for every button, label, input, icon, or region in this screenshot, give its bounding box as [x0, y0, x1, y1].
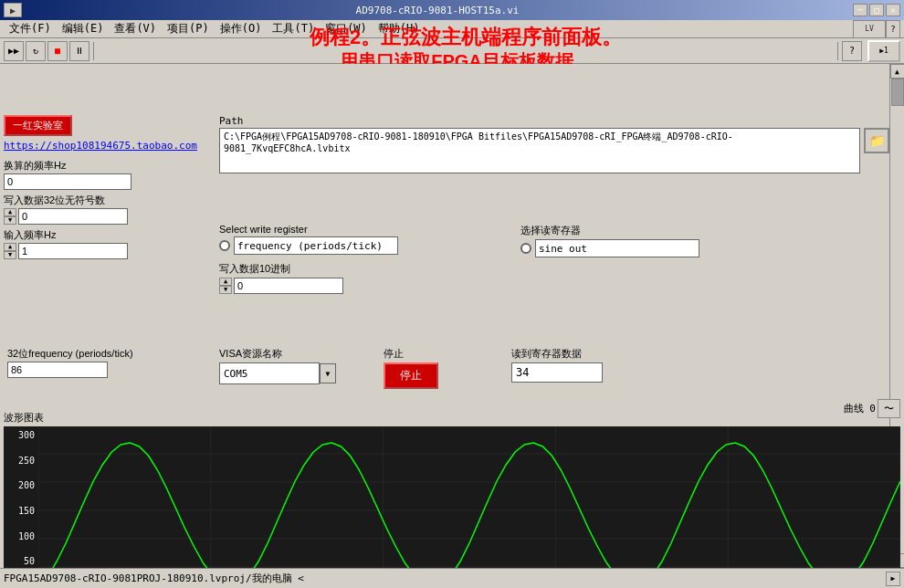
input-freq-label: 输入频率Hz	[4, 228, 214, 242]
write-reg-radio[interactable]	[219, 240, 230, 251]
write-decimal-spinner: ▲ ▼	[219, 278, 493, 294]
lv-toolbar-icon: ▶1	[867, 40, 900, 62]
write-dec-arrows: ▲ ▼	[219, 278, 232, 294]
input-freq-input[interactable]	[18, 243, 128, 259]
window-title: AD9708-cRIO-9081-HOST15a.vi	[22, 5, 853, 16]
sine-wave-svg	[38, 426, 900, 568]
stop-button[interactable]: 停止	[384, 362, 438, 389]
run-cont-button[interactable]: ↻	[26, 41, 46, 61]
select-read-reg-section: 选择读寄存器 sine out	[520, 224, 703, 263]
freq-label: 换算的频率Hz	[4, 159, 214, 173]
path-section: Path C:\FPGA例程\FPGA15AD9708-cRIO-9081-18…	[219, 115, 889, 173]
help-icon[interactable]: ?	[886, 20, 900, 38]
y-150: 150	[18, 506, 35, 516]
read-reg-display-value: 34	[511, 362, 603, 383]
pause-button[interactable]: ⏸	[69, 41, 89, 61]
left-panel: 一红实验室 https://shop108194675.taobao.com 换…	[4, 115, 214, 263]
toolbar-separator	[93, 42, 94, 60]
write-dec-up[interactable]: ▲	[219, 278, 232, 286]
close-button[interactable]: ✕	[886, 4, 900, 16]
input-freq-down[interactable]: ▼	[4, 251, 16, 259]
read-reg-value: sine out	[539, 243, 587, 255]
write32-input[interactable]	[18, 208, 128, 225]
waveform-label: 波形图表	[4, 411, 900, 425]
chart-container: 300 250 200 150 100 50 0	[4, 426, 900, 568]
visa-control: COM5 ▼	[219, 362, 336, 384]
title-bar: ▶ AD9708-cRIO-9081-HOST15a.vi ─ □ ✕	[0, 0, 904, 20]
freq-input[interactable]	[4, 173, 131, 190]
toolbar-separator-2	[837, 42, 838, 60]
app-icon[interactable]: ▶	[4, 3, 22, 17]
write-decimal-input[interactable]	[234, 278, 343, 294]
write32-down[interactable]: ▼	[4, 216, 16, 225]
write-reg-value: frequency (periods/tick)	[237, 240, 383, 252]
visa-label: VISA资源名称	[219, 347, 336, 361]
status-scroll-btn[interactable]: ▶	[886, 572, 900, 586]
panel-content: Path C:\FPGA例程\FPGA15AD9708-cRIO-9081-18…	[0, 64, 904, 568]
stop-label: 停止	[384, 347, 438, 361]
visa-section: VISA资源名称 COM5 ▼	[219, 347, 336, 384]
maximize-button[interactable]: □	[869, 4, 884, 16]
select-read-label: 选择读寄存器	[520, 224, 703, 237]
read-reg-display-label: 读到寄存器数据	[511, 347, 603, 361]
y-250: 250	[18, 456, 35, 466]
select-write-reg-section: Select write register frequency (periods…	[219, 224, 493, 298]
write32-spinner: ▲ ▼	[4, 208, 214, 225]
write32-arrows: ▲ ▼	[4, 208, 16, 225]
menu-file[interactable]: 文件(F)	[4, 19, 57, 38]
freq32-label: 32位frequency (periods/tick)	[7, 347, 208, 361]
lab-button[interactable]: 一红实验室	[4, 115, 72, 136]
sine-wave-line	[38, 443, 900, 568]
taobao-link[interactable]: https://shop108194675.taobao.com	[4, 140, 214, 152]
path-label: Path	[219, 115, 889, 127]
folder-button[interactable]: 📁	[864, 128, 889, 153]
waveform-section: 波形图表 300 250 200 150 100 50 0	[4, 411, 900, 564]
path-row: C:\FPGA例程\FPGA15AD9708-cRIO-9081-180910\…	[219, 128, 889, 173]
run-button[interactable]: ▶▶	[4, 41, 24, 61]
read-reg-value-section: 读到寄存器数据 34	[511, 347, 603, 383]
write-decimal-label: 写入数据10进制	[219, 262, 493, 276]
select-write-dropdown-row: frequency (periods/tick)	[219, 236, 493, 255]
read-reg-radio[interactable]	[520, 243, 531, 254]
lv-icon: LV	[853, 20, 886, 38]
read-reg-dropdown[interactable]: sine out	[535, 239, 699, 257]
chart-area	[38, 426, 900, 568]
minimize-button[interactable]: ─	[853, 4, 867, 16]
y-200: 200	[18, 480, 35, 490]
y-300: 300	[18, 430, 35, 440]
input-freq-spinner: ▲ ▼	[4, 243, 214, 259]
select-read-dropdown-row: sine out	[520, 239, 703, 257]
freq32-input[interactable]	[7, 362, 108, 378]
toolbar: ▶▶ ↻ ■ ⏸ 例程2。正弦波主机端程序前面板。 用串口读取FPGA目标板数据…	[0, 38, 904, 64]
visa-dropdown[interactable]: COM5	[219, 362, 320, 384]
y-50: 50	[24, 556, 35, 566]
stop-section: 停止 停止	[384, 347, 438, 389]
write-dec-down[interactable]: ▼	[219, 286, 232, 294]
write32-label: 写入数据32位无符号数	[4, 194, 214, 207]
path-textbox[interactable]: C:\FPGA例程\FPGA15AD9708-cRIO-9081-180910\…	[219, 128, 860, 173]
visa-dropdown-btn[interactable]: ▼	[320, 363, 336, 383]
stop-toolbar-button[interactable]: ■	[47, 41, 68, 61]
input-freq-up[interactable]: ▲	[4, 243, 16, 251]
window-controls: ─ □ ✕	[853, 4, 900, 16]
panel-title-1: 例程2。正弦波主机端程序前面板。	[310, 26, 622, 49]
freq32-section: 32位frequency (periods/tick)	[7, 347, 208, 382]
help-context-button[interactable]: ?	[842, 41, 862, 61]
status-bar: FPGA15AD9708-cRIO-9081PROJ-180910.lvproj…	[0, 568, 904, 588]
write-reg-dropdown[interactable]: frequency (periods/tick)	[234, 236, 398, 255]
select-write-label: Select write register	[219, 224, 493, 235]
input-freq-arrows: ▲ ▼	[4, 243, 16, 259]
main-area: ▲ ▼ Path C:\FPGA例程\FPGA15AD9708-cRIO-908…	[0, 64, 904, 568]
y-axis: 300 250 200 150 100 50 0	[4, 426, 38, 568]
status-text: FPGA15AD9708-cRIO-9081PROJ-180910.lvproj…	[4, 572, 886, 585]
y-100: 100	[18, 531, 35, 541]
write32-up[interactable]: ▲	[4, 208, 16, 216]
visa-value: COM5	[224, 368, 248, 380]
